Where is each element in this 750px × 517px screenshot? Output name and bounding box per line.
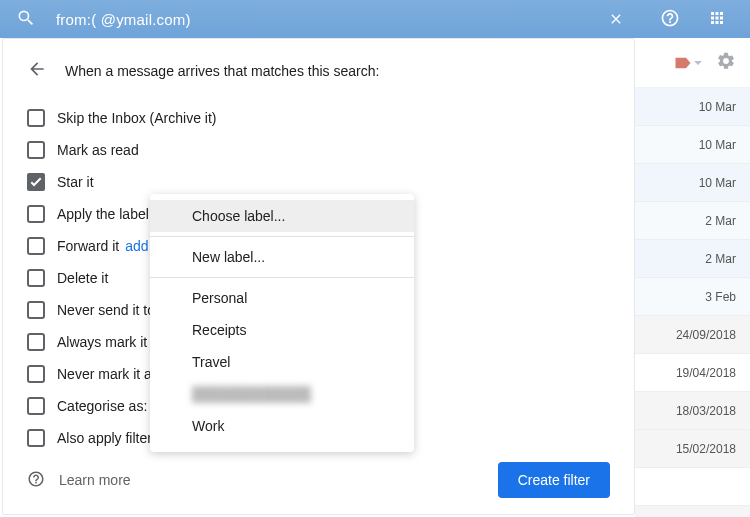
checkbox-unchecked[interactable] xyxy=(27,269,45,287)
opt-label: Mark as read xyxy=(57,142,139,158)
right-rail-header xyxy=(635,0,750,38)
label-dropdown-menu: Choose label... New label... Personal Re… xyxy=(150,194,414,452)
apps-icon[interactable] xyxy=(708,9,726,30)
message-row[interactable]: 10 Mar xyxy=(635,126,750,164)
label-tag-icon[interactable] xyxy=(674,56,702,70)
svg-rect-5 xyxy=(28,270,44,286)
opt-mark-read[interactable]: Mark as read xyxy=(27,134,610,166)
search-query[interactable]: from:( @ymail.com) xyxy=(56,11,191,28)
checkbox-checked[interactable] xyxy=(27,173,45,191)
checkbox-unchecked[interactable] xyxy=(27,429,45,447)
checkbox-unchecked[interactable] xyxy=(27,397,45,415)
message-row[interactable]: 10 Mar xyxy=(635,88,750,126)
create-filter-button[interactable]: Create filter xyxy=(498,462,610,498)
menu-item-label[interactable]: Travel xyxy=(150,346,414,378)
message-row[interactable]: 18/03/2018 xyxy=(635,392,750,430)
help-circle-icon xyxy=(27,470,45,491)
menu-item-choose-label[interactable]: Choose label... xyxy=(150,200,414,232)
opt-label: Star it xyxy=(57,174,94,190)
menu-item-new-label[interactable]: New label... xyxy=(150,241,414,273)
menu-separator xyxy=(150,236,414,237)
learn-more-link[interactable]: Learn more xyxy=(27,470,131,491)
search-icon[interactable] xyxy=(16,8,36,31)
checkbox-unchecked[interactable] xyxy=(27,237,45,255)
opt-skip-inbox[interactable]: Skip the Inbox (Archive it) xyxy=(27,102,610,134)
panel-footer: Learn more Create filter xyxy=(27,462,610,498)
message-row[interactable]: 10 Mar xyxy=(635,164,750,202)
menu-item-label[interactable]: Work xyxy=(150,410,414,442)
message-row[interactable]: 3 Feb xyxy=(635,278,750,316)
search-wrap: from:( @ymail.com) xyxy=(0,0,597,38)
svg-rect-1 xyxy=(28,142,44,158)
message-row[interactable] xyxy=(635,468,750,506)
back-arrow-icon[interactable] xyxy=(27,59,47,82)
svg-rect-7 xyxy=(28,334,44,350)
svg-rect-6 xyxy=(28,302,44,318)
svg-rect-8 xyxy=(28,366,44,382)
forward-add-link[interactable]: add xyxy=(125,238,148,254)
learn-more-text: Learn more xyxy=(59,472,131,488)
message-row[interactable]: 17/05/2017 xyxy=(635,506,750,517)
message-row[interactable]: 2 Mar xyxy=(635,240,750,278)
message-row[interactable]: 2 Mar xyxy=(635,202,750,240)
svg-rect-4 xyxy=(28,238,44,254)
checkbox-unchecked[interactable] xyxy=(27,333,45,351)
menu-item-label-redacted[interactable]: ████████████ xyxy=(150,378,414,410)
checkbox-unchecked[interactable] xyxy=(27,109,45,127)
opt-label: Categorise as: C xyxy=(57,398,165,414)
svg-rect-9 xyxy=(28,398,44,414)
svg-rect-10 xyxy=(28,430,44,446)
clear-search-button[interactable] xyxy=(597,0,635,38)
checkbox-unchecked[interactable] xyxy=(27,205,45,223)
svg-rect-0 xyxy=(28,110,44,126)
help-icon[interactable] xyxy=(660,8,680,31)
panel-title: When a message arrives that matches this… xyxy=(65,63,379,79)
svg-rect-3 xyxy=(28,206,44,222)
chevron-down-icon xyxy=(694,61,702,65)
checkbox-unchecked[interactable] xyxy=(27,301,45,319)
opt-label: Never mark it as xyxy=(57,366,159,382)
opt-label: Apply the label: xyxy=(57,206,153,222)
menu-separator xyxy=(150,277,414,278)
right-rail: 10 Mar10 Mar10 Mar2 Mar2 Mar3 Feb24/09/2… xyxy=(635,0,750,517)
right-rail-toolbar xyxy=(635,38,750,88)
message-date-list: 10 Mar10 Mar10 Mar2 Mar2 Mar3 Feb24/09/2… xyxy=(635,88,750,517)
gear-icon[interactable] xyxy=(716,51,736,74)
message-row[interactable]: 19/04/2018 xyxy=(635,354,750,392)
opt-label: Delete it xyxy=(57,270,108,286)
checkbox-unchecked[interactable] xyxy=(27,141,45,159)
menu-item-label[interactable]: Receipts xyxy=(150,314,414,346)
menu-item-label[interactable]: Personal xyxy=(150,282,414,314)
message-row[interactable]: 15/02/2018 xyxy=(635,430,750,468)
opt-label: Skip the Inbox (Archive it) xyxy=(57,110,217,126)
panel-header: When a message arrives that matches this… xyxy=(27,59,610,82)
opt-label: Forward it xyxy=(57,238,119,254)
message-row[interactable]: 24/09/2018 xyxy=(635,316,750,354)
checkbox-unchecked[interactable] xyxy=(27,365,45,383)
